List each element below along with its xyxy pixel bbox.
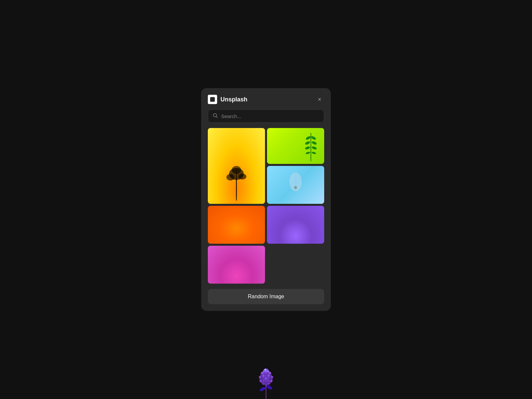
svg-point-15 (311, 151, 316, 154)
svg-point-11 (305, 151, 310, 154)
close-button[interactable]: × (315, 95, 324, 104)
image-cell-5[interactable] (267, 206, 324, 244)
svg-point-9 (305, 141, 311, 145)
unsplash-logo-icon (210, 97, 215, 102)
header-left: Unsplash (208, 95, 247, 104)
svg-point-14 (311, 146, 317, 150)
image-cell-2[interactable] (267, 128, 324, 164)
search-icon (213, 113, 218, 119)
unsplash-logo (208, 95, 217, 104)
svg-point-13 (311, 141, 317, 145)
svg-point-6 (232, 166, 241, 174)
svg-line-1 (216, 117, 218, 118)
modal-title: Unsplash (220, 96, 247, 103)
random-image-button[interactable]: Random Image (208, 289, 324, 304)
search-input[interactable] (221, 113, 319, 119)
svg-point-8 (305, 136, 311, 141)
image-cell-1[interactable] (208, 128, 265, 204)
search-bar (208, 109, 324, 123)
image-cell-4[interactable] (208, 206, 265, 244)
svg-point-10 (305, 146, 311, 150)
image-cell-3[interactable] (267, 166, 324, 204)
unsplash-modal: Unsplash × (201, 88, 331, 311)
svg-point-23 (294, 186, 297, 189)
modal-header: Unsplash × (208, 95, 324, 104)
image-grid (208, 128, 324, 284)
svg-point-12 (311, 136, 317, 141)
image-cell-6[interactable] (208, 246, 265, 284)
svg-point-4 (226, 174, 234, 181)
svg-point-5 (238, 174, 246, 180)
